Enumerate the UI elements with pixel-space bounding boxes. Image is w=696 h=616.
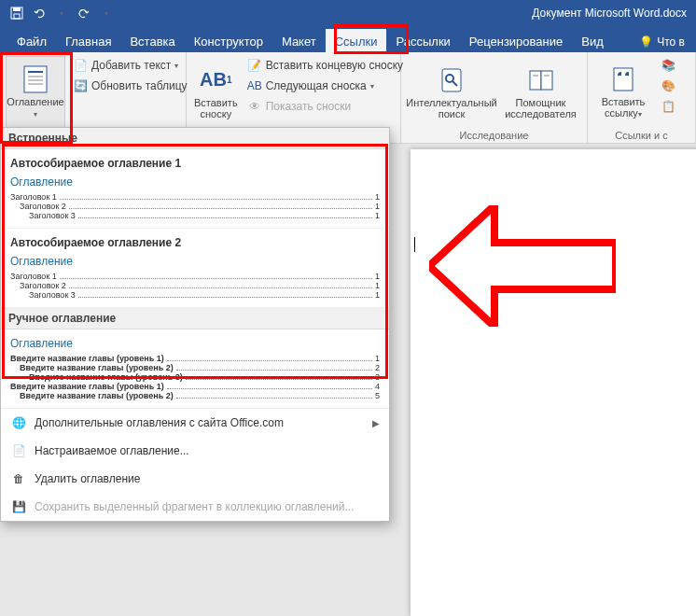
group-research: Интеллектуальный поиск Помощник исследов…: [401, 52, 588, 143]
gallery-builtin-header: Встроенные: [1, 128, 389, 149]
menu-remove-toc[interactable]: 🗑 Удалить оглавление: [1, 465, 389, 493]
toc-icon: [21, 64, 50, 94]
menu-more-office[interactable]: 🌐 Дополнительные оглавления с сайта Offi…: [1, 409, 389, 437]
toc-option-auto1[interactable]: Автособираемое оглавление 1 Оглавление З…: [1, 149, 389, 229]
tell-me-label: Что в: [657, 35, 685, 49]
add-text-button[interactable]: 📄Добавить текст▾: [69, 56, 191, 75]
ribbon-tabs: Файл Главная Вставка Конструктор Макет С…: [0, 26, 696, 52]
opt1-l1: Заголовок 1: [10, 192, 57, 202]
opt1-p2: 1: [375, 202, 380, 211]
opt2-l2: Заголовок 2: [10, 281, 66, 290]
menu-remove-label: Удалить оглавление: [35, 472, 140, 485]
office-icon: 🌐: [10, 414, 27, 431]
toc-gallery-dropdown: Встроенные Автособираемое оглавление 1 О…: [0, 127, 390, 522]
group-citations: Вставить ссылку▾ 📚 🎨 📋 Ссылки и с: [588, 52, 696, 143]
redo-button[interactable]: [75, 4, 93, 22]
document-title: Документ Microsoft Word.docx: [532, 7, 687, 20]
tab-mailings[interactable]: Рассылки: [386, 29, 459, 52]
update-table-button[interactable]: 🔄Обновить таблицу: [69, 77, 191, 95]
next-footnote-button[interactable]: ABСледующая сноска ▾: [244, 77, 407, 95]
opt2-l3: Заголовок 3: [10, 290, 76, 300]
quick-access-toolbar: ▾ ▾: [0, 4, 116, 22]
researcher-button[interactable]: Помощник исследователя: [500, 56, 581, 128]
insert-footnote-button[interactable]: AB1 Вставить сноску: [192, 56, 240, 128]
toc-button[interactable]: Оглавление▾: [6, 56, 65, 128]
qat-customize[interactable]: ▾: [97, 4, 116, 22]
tab-layout[interactable]: Макет: [272, 29, 326, 52]
menu-save-sel-label: Сохранить выделенный фрагмент в коллекци…: [35, 500, 354, 513]
undo-button[interactable]: [30, 4, 49, 22]
gallery-footer: 🌐 Дополнительные оглавления с сайта Offi…: [1, 409, 389, 521]
svg-rect-12: [541, 71, 552, 90]
citation-icon: [608, 64, 638, 94]
style-icon: 🎨: [661, 78, 675, 93]
opt3-r1: Введите название главы (уровень 1): [10, 354, 164, 363]
opt1-p1: 1: [375, 192, 380, 202]
chevron-right-icon: ▶: [372, 418, 380, 428]
tab-view[interactable]: Вид: [572, 29, 613, 52]
svg-rect-8: [442, 69, 461, 91]
tab-design[interactable]: Конструктор: [185, 29, 272, 52]
undo-dropdown[interactable]: ▾: [52, 4, 71, 22]
svg-rect-1: [13, 7, 21, 11]
style-button[interactable]: 🎨: [657, 77, 679, 95]
annotation-arrow: [429, 205, 616, 327]
opt3-header: Оглавление: [10, 337, 380, 350]
text-cursor: [414, 237, 415, 252]
svg-rect-15: [614, 68, 633, 91]
opt2-l1: Заголовок 1: [10, 272, 57, 281]
tab-file[interactable]: Файл: [7, 29, 56, 52]
save-button[interactable]: [7, 4, 26, 22]
show-fn-label: Показать сноски: [266, 100, 352, 113]
opt3-p4: 4: [375, 382, 380, 391]
menu-custom-label: Настраиваемое оглавление...: [35, 444, 189, 457]
biblio-button[interactable]: 📋: [657, 97, 679, 116]
smart-lookup-button[interactable]: Интеллектуальный поиск: [407, 56, 496, 128]
toc-option-manual[interactable]: Оглавление Введите название главы (урове…: [1, 329, 389, 409]
tab-insert[interactable]: Вставка: [120, 29, 184, 52]
tab-home[interactable]: Главная: [56, 29, 120, 52]
toc-option-auto2[interactable]: Автособираемое оглавление 2 Оглавление З…: [1, 229, 389, 308]
insert-footnote-label: Вставить сноску: [194, 97, 238, 119]
researcher-label: Помощник исследователя: [502, 97, 579, 119]
tell-me-search[interactable]: 💡Что в: [633, 32, 690, 52]
opt2-header: Оглавление: [10, 255, 380, 268]
insert-citation-button[interactable]: Вставить ссылку▾: [593, 56, 653, 128]
title-bar: ▾ ▾ Документ Microsoft Word.docx: [0, 0, 696, 26]
menu-save-selection: 💾 Сохранить выделенный фрагмент в коллек…: [1, 493, 389, 521]
opt1-l3: Заголовок 3: [10, 211, 76, 220]
opt2-p3: 1: [375, 290, 380, 300]
opt1-p3: 1: [375, 211, 380, 220]
menu-custom-toc[interactable]: 📄 Настраиваемое оглавление...: [1, 437, 389, 465]
toc-label: Оглавление▾: [7, 96, 63, 120]
opt3-p2: 2: [375, 363, 380, 372]
manage-sources-button[interactable]: 📚: [657, 56, 679, 75]
custom-toc-icon: 📄: [10, 442, 27, 459]
update-icon: 🔄: [73, 78, 88, 93]
group-citations-label: Ссылки и с: [593, 128, 689, 141]
opt2-title: Автособираемое оглавление 2: [10, 236, 380, 249]
opt3-p3: 3: [375, 372, 380, 382]
sources-icon: 📚: [661, 58, 675, 73]
insert-endnote-button[interactable]: 📝Вставить концевую сноску: [244, 56, 407, 75]
opt1-header: Оглавление: [10, 175, 380, 189]
tab-references[interactable]: Ссылки: [326, 29, 387, 52]
show-fn-icon: 👁: [247, 99, 262, 114]
tab-review[interactable]: Рецензирование: [460, 29, 572, 52]
smart-lookup-icon: [437, 65, 466, 95]
gallery-manual-header: Ручное оглавление: [1, 308, 389, 329]
svg-rect-11: [530, 71, 541, 90]
opt3-r5: Введите название главы (уровень 2): [10, 391, 174, 400]
save-sel-icon: 💾: [10, 498, 27, 515]
researcher-icon: [526, 65, 556, 95]
opt2-p2: 1: [375, 281, 380, 290]
next-fn-label: Следующая сноска: [266, 79, 367, 92]
opt3-r4: Введите название главы (уровень 1): [10, 382, 164, 391]
opt3-r2: Введите название главы (уровень 2): [10, 363, 174, 372]
svg-rect-2: [14, 14, 20, 19]
smart-lookup-label: Интеллектуальный поиск: [406, 97, 496, 119]
show-footnotes-button[interactable]: 👁Показать сноски: [244, 97, 407, 116]
insert-citation-label: Вставить ссылку▾: [595, 96, 651, 120]
opt3-p5: 5: [375, 391, 380, 400]
opt2-p1: 1: [375, 272, 380, 281]
